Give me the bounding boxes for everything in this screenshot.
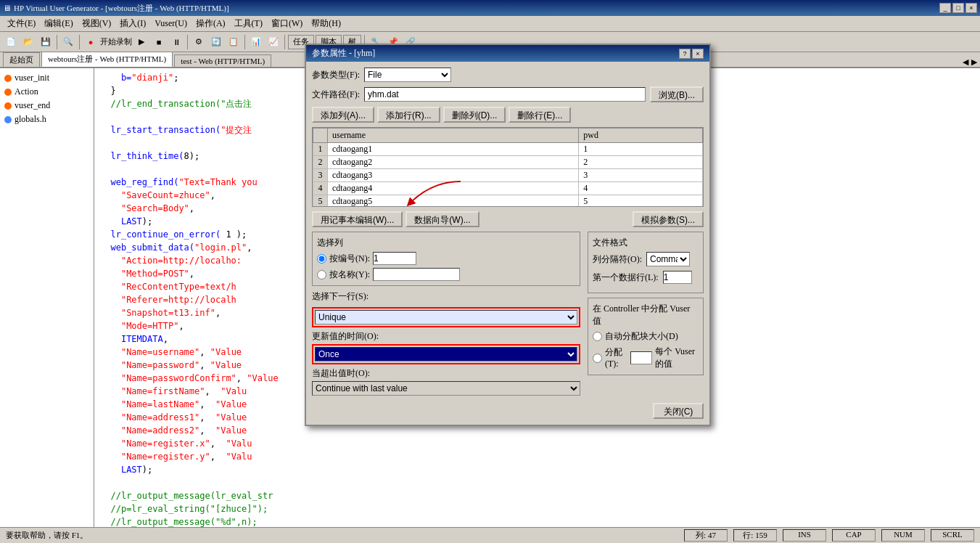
first-data-row-input[interactable] <box>663 271 692 284</box>
pwd-cell: 3 <box>579 169 703 182</box>
toolbar-play[interactable]: ▶ <box>133 34 149 50</box>
auto-allocate-radio[interactable] <box>593 332 602 341</box>
when-out-select[interactable]: Continue with last value <box>312 381 580 396</box>
tab-home[interactable]: 起始页 <box>3 52 40 67</box>
sidebar-item-globals[interactable]: globals.h <box>1 113 92 126</box>
select-column-section: 选择列 按编号(N): 按名称(Y): <box>312 232 580 399</box>
toolbar-btn5[interactable]: 📈 <box>265 34 281 50</box>
maximize-button[interactable]: □ <box>952 3 964 13</box>
menu-bar: 文件(E) 编辑(E) 视图(V) 插入(I) Vuser(U) 操作(A) 工… <box>0 16 980 32</box>
simulate-params-button[interactable]: 模拟参数(S)... <box>633 211 704 227</box>
tab-webtours[interactable]: webtours注册 - Web (HTTP/HTML) <box>41 52 173 67</box>
update-value-highlight: Once Each Iteration Each Occurrence <box>312 344 580 364</box>
toolbar-pause[interactable]: ⏸ <box>168 34 184 50</box>
menu-tools[interactable]: 工具(T) <box>230 16 267 31</box>
table-row: 2 cdtaogang2 2 <box>313 156 703 169</box>
allocate-input[interactable] <box>630 351 652 364</box>
file-format-box: 文件格式 列分隔符(O): Comma 第一个数据行(L): <box>588 232 704 293</box>
file-path-label: 文件路径(F): <box>312 89 360 101</box>
toolbar-new[interactable]: 📄 <box>3 34 19 50</box>
app-icon: 🖥 <box>3 4 11 12</box>
toolbar-open[interactable]: 📂 <box>20 34 36 50</box>
menu-help[interactable]: 帮助(H) <box>307 16 345 31</box>
modal-help-button[interactable]: ? <box>679 49 691 59</box>
sidebar-item-globals-label: globals.h <box>15 114 46 125</box>
edit-notepad-button[interactable]: 用记事本编辑(W)... <box>312 211 403 227</box>
minimize-button[interactable]: _ <box>939 3 951 13</box>
sidebar-item-action-label: Action <box>15 86 38 97</box>
first-data-row-label: 第一个数据行(L): <box>593 272 659 284</box>
param-type-label: 参数类型(F): <box>312 69 360 81</box>
auto-allocate-row: 自动分配块大小(D) <box>593 330 699 343</box>
select-column-title: 选择列 <box>317 237 575 249</box>
file-path-row: 文件路径(F): 浏览(B)... <box>312 86 704 102</box>
update-value-select[interactable]: Once Each Iteration Each Occurrence <box>315 347 577 362</box>
data-table-container[interactable]: username pwd 1 cdtaogang1 1 2 cdtaogang2… <box>312 127 704 207</box>
menu-view[interactable]: 视图(V) <box>78 16 116 31</box>
tab-nav-right[interactable]: ▶ <box>971 57 977 67</box>
status-col: 列: 47 <box>684 529 728 542</box>
data-wizard-button[interactable]: 数据向导(W)... <box>405 211 479 227</box>
menu-window[interactable]: 窗口(W) <box>267 16 307 31</box>
row-num-cell: 2 <box>313 156 328 169</box>
toolbar-record-start[interactable]: ● <box>83 34 99 50</box>
toolbar-btn1[interactable]: ⚙ <box>191 34 207 50</box>
row-num-cell: 5 <box>313 195 328 208</box>
col-sep-select[interactable]: Comma <box>646 252 690 266</box>
table-header-pwd: pwd <box>579 128 703 143</box>
browse-button[interactable]: 浏览(B)... <box>650 86 704 102</box>
add-column-button[interactable]: 添加列(A)... <box>312 107 374 123</box>
table-header-num <box>313 128 328 143</box>
menu-insert[interactable]: 插入(I) <box>115 16 150 31</box>
tab-nav-left[interactable]: ◀ <box>963 57 968 67</box>
dialog-close-button[interactable]: 关闭(C) <box>653 403 704 419</box>
toolbar-btn4[interactable]: 📊 <box>248 34 264 50</box>
toolbar-btn2[interactable]: 🔄 <box>208 34 224 50</box>
username-cell: cdtaogang5 <box>328 195 579 208</box>
toolbar-btn3[interactable]: 📋 <box>226 34 242 50</box>
status-bar: 要获取帮助，请按 F1。 列: 47 行: 159 INS CAP NUM SC… <box>0 527 980 543</box>
delete-row-button[interactable]: 删除行(E)... <box>508 107 571 123</box>
action-buttons-row: 添加列(A)... 添加行(R)... 删除列(D)... 删除行(E)... <box>312 107 704 123</box>
select-next-row-select[interactable]: Unique Sequential Random <box>315 310 577 324</box>
menu-edit[interactable]: 编辑(E) <box>40 16 77 31</box>
close-button[interactable]: × <box>965 3 977 13</box>
data-table: username pwd 1 cdtaogang1 1 2 cdtaogang2… <box>313 128 703 207</box>
modal-title-text: 参数属性 - [yhm] <box>312 47 375 60</box>
file-format-section: 文件格式 列分隔符(O): Comma 第一个数据行(L): <box>588 232 704 399</box>
by-number-radio[interactable] <box>317 254 326 264</box>
toolbar-sep2 <box>79 35 80 49</box>
allocate-radio[interactable] <box>593 354 602 363</box>
add-row-button[interactable]: 添加行(R)... <box>377 107 440 123</box>
toolbar-save[interactable]: 💾 <box>38 34 54 50</box>
sidebar-item-vuser-init[interactable]: vuser_init <box>1 71 92 85</box>
menu-file[interactable]: 文件(E) <box>3 16 40 31</box>
toolbar-stop[interactable]: ■ <box>151 34 167 50</box>
by-name-row: 按名称(Y): <box>317 268 575 281</box>
file-path-input[interactable] <box>364 87 646 102</box>
delete-column-button[interactable]: 删除列(D)... <box>443 107 506 123</box>
toolbar-search[interactable]: 🔍 <box>60 34 76 50</box>
modal-title-controls: ? × <box>679 49 704 59</box>
tab-test[interactable]: test - Web (HTTP/HTML) <box>174 54 271 67</box>
by-number-input[interactable] <box>373 252 416 265</box>
when-out-row: 当超出值时(O): <box>312 367 580 380</box>
menu-vuser[interactable]: Vuser(U) <box>150 17 192 30</box>
modal-close-button[interactable]: × <box>692 49 704 59</box>
title-bar: 🖥 HP Virtual User Generator - [webtours注… <box>0 0 980 16</box>
table-row: 5 cdtaogang5 5 <box>313 195 703 208</box>
select-next-row-highlight: Unique Sequential Random <box>312 307 580 327</box>
by-number-row: 按编号(N): <box>317 252 575 265</box>
sidebar-item-action[interactable]: Action <box>1 85 92 99</box>
col-sep-row: 列分隔符(O): Comma <box>593 252 699 266</box>
sidebar-item-vuser-end[interactable]: vuser_end <box>1 99 92 113</box>
table-row: 4 cdtaogang4 4 <box>313 182 703 195</box>
menu-action[interactable]: 操作(A) <box>192 16 230 31</box>
param-properties-dialog: 参数属性 - [yhm] ? × 参数类型(F): File 文件路径(F): … <box>305 44 711 426</box>
by-name-input[interactable] <box>373 268 460 281</box>
param-type-select[interactable]: File <box>364 68 451 82</box>
controller-section-box: 在 Controller 中分配 Vuser 值 自动分配块大小(D) 分配(T… <box>588 298 704 375</box>
sidebar-item-vuser-end-label: vuser_end <box>15 100 50 111</box>
allocate-row: 分配(T): 每个 Vuser 的值 <box>593 346 699 370</box>
by-name-radio[interactable] <box>317 270 326 279</box>
